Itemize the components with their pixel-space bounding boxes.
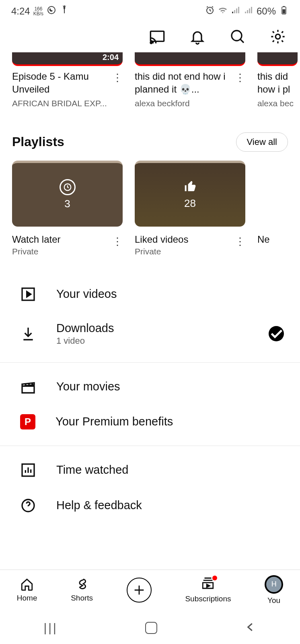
stats-icon: [20, 462, 36, 478]
menu-label: Your Premium benefits: [55, 415, 284, 428]
playlist-count: 3: [64, 198, 70, 210]
nav-you[interactable]: HYou: [265, 575, 283, 605]
top-toolbar: [0, 22, 300, 52]
home-button[interactable]: [145, 622, 157, 634]
premium-item[interactable]: P Your Premium benefits: [0, 405, 300, 439]
video-title: Episode 5 - Kamu Unveiled: [12, 70, 110, 96]
bell-icon[interactable]: [189, 29, 205, 46]
svg-rect-8: [249, 8, 250, 13]
playlist-card[interactable]: 28 Liked videosPrivate⋮: [135, 161, 245, 256]
android-nav: |||: [0, 612, 300, 644]
menu-label: Help & feedback: [56, 499, 284, 512]
bottom-nav: Home Shorts Subscriptions HYou: [0, 570, 300, 610]
playlist-title: Watch later: [12, 234, 60, 245]
nav-label: Subscriptions: [185, 594, 231, 603]
wifi-icon: [218, 5, 228, 17]
more-vertical-icon[interactable]: ⋮: [235, 70, 245, 108]
alarm-icon: [205, 5, 215, 17]
video-channel: alexa beckford: [135, 99, 232, 108]
check-badge-icon: [269, 326, 284, 341]
playlist-title: Liked videos: [135, 234, 188, 245]
history-feed[interactable]: 2:04 Episode 5 - Kamu UnveiledAFRICAN BR…: [0, 52, 300, 108]
view-all-button[interactable]: View all: [236, 132, 288, 152]
whatsapp-icon: [47, 5, 56, 17]
playlists-header: Playlists View all: [0, 108, 300, 161]
nav-label: Shorts: [71, 594, 93, 603]
more-vertical-icon[interactable]: ⋮: [235, 234, 245, 256]
video-title: this did not end how i planned it 💀...: [135, 70, 232, 96]
video-title: this didhow i pl: [257, 70, 298, 96]
video-card[interactable]: this did not end how i planned it 💀...al…: [135, 52, 245, 108]
playlist-feed[interactable]: 3 Watch laterPrivate⋮ 28 Liked videosPri…: [0, 161, 300, 256]
svg-rect-11: [283, 6, 285, 7]
help-item[interactable]: Help & feedback: [0, 488, 300, 523]
downloads-item[interactable]: Downloads1 video: [0, 312, 300, 356]
signal-icon-2: [244, 5, 253, 17]
svg-point-15: [232, 31, 242, 41]
separator: [0, 362, 300, 363]
time-watched-item[interactable]: Time watched: [0, 452, 300, 488]
nav-label: Home: [17, 594, 37, 603]
library-menu: Your videos Downloads1 video Your movies…: [0, 277, 300, 523]
clapper-icon: [20, 379, 36, 395]
gear-icon[interactable]: [270, 29, 286, 46]
svg-point-16: [275, 34, 280, 39]
download-icon: [20, 326, 36, 342]
playlists-title: Playlists: [12, 134, 64, 149]
signal-icon: [231, 5, 240, 17]
video-thumbnail[interactable]: 2:04: [12, 52, 123, 66]
playlist-count: 28: [184, 197, 196, 210]
menu-sublabel: 1 video: [56, 336, 249, 346]
recents-button[interactable]: |||: [43, 621, 58, 635]
your-movies-item[interactable]: Your movies: [0, 369, 300, 405]
battery-icon: [279, 5, 289, 17]
playlist-privacy: Private: [135, 247, 188, 256]
battery-pct: 60%: [257, 6, 276, 17]
svg-rect-9: [251, 7, 252, 13]
status-time: 4:24: [11, 6, 30, 17]
playlist-thumbnail[interactable]: 28: [135, 161, 245, 227]
video-card[interactable]: 2:04 Episode 5 - Kamu UnveiledAFRICAN BR…: [12, 52, 123, 108]
video-card[interactable]: this didhow i plalexa bec: [257, 52, 298, 108]
svg-rect-12: [283, 9, 286, 14]
svg-rect-13: [150, 31, 164, 41]
play-box-icon: [20, 286, 36, 302]
menu-label: Downloads: [56, 322, 249, 335]
menu-label: Your movies: [56, 380, 284, 393]
more-vertical-icon[interactable]: ⋮: [112, 234, 123, 256]
svg-rect-5: [238, 7, 239, 13]
playlist-card[interactable]: 3 Watch laterPrivate⋮: [12, 161, 123, 256]
menu-label: Time watched: [56, 463, 284, 477]
your-videos-item[interactable]: Your videos: [0, 277, 300, 312]
nav-subscriptions[interactable]: Subscriptions: [185, 576, 231, 603]
video-thumbnail[interactable]: [257, 52, 298, 66]
notification-dot: [212, 576, 217, 580]
svg-rect-2: [232, 12, 233, 13]
menu-label: Your videos: [56, 287, 284, 301]
search-icon[interactable]: [230, 29, 246, 46]
thumb-up-icon: [184, 180, 197, 196]
create-button[interactable]: [127, 578, 152, 603]
premium-icon: P: [20, 414, 35, 429]
playlist-card[interactable]: Ne: [257, 161, 273, 256]
nav-label: You: [267, 596, 280, 605]
svg-rect-6: [245, 12, 246, 13]
separator: [0, 446, 300, 446]
playlist-privacy: Private: [12, 247, 60, 256]
playlist-title: Ne: [257, 234, 273, 245]
video-channel: AFRICAN BRIDAL EXP...: [12, 99, 110, 108]
svg-point-0: [48, 6, 55, 14]
playlist-thumbnail[interactable]: 3: [12, 161, 123, 227]
video-thumbnail[interactable]: [135, 52, 245, 66]
back-button[interactable]: [245, 621, 257, 635]
cast-icon[interactable]: [149, 29, 165, 46]
avatar: H: [265, 575, 283, 594]
video-channel: alexa bec: [257, 99, 298, 108]
svg-rect-4: [236, 8, 237, 13]
nav-home[interactable]: Home: [17, 578, 37, 603]
more-vertical-icon[interactable]: ⋮: [112, 70, 123, 108]
nav-shorts[interactable]: Shorts: [71, 578, 93, 603]
status-bar: 4:24 166KB/s 60%: [0, 0, 300, 22]
clock-icon: [60, 179, 76, 195]
svg-rect-7: [247, 10, 248, 13]
